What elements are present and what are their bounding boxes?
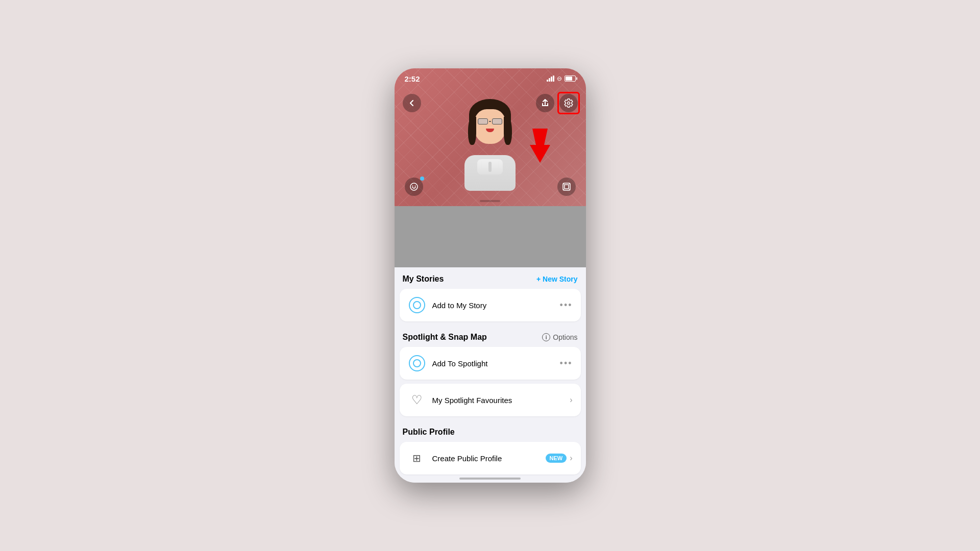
new-story-button[interactable]: + New Story bbox=[536, 275, 578, 283]
avatar-body bbox=[464, 155, 516, 191]
drag-handle bbox=[480, 200, 500, 202]
content-area: My Stories + New Story Add to My Story •… bbox=[395, 206, 586, 483]
add-to-my-story-card[interactable]: Add to My Story ••• bbox=[400, 289, 581, 321]
spotlight-title: Spotlight & Snap Map bbox=[403, 333, 487, 342]
phone-container: 2:52 ⊖ bbox=[395, 68, 586, 483]
right-buttons bbox=[536, 94, 578, 112]
settings-button[interactable] bbox=[559, 94, 578, 112]
avatar-right-lens bbox=[492, 118, 502, 124]
add-to-my-story-label: Add to My Story bbox=[432, 301, 487, 310]
create-public-profile-card[interactable]: ⊞ Create Public Profile NEW › bbox=[400, 442, 581, 474]
avatar-area bbox=[454, 99, 526, 191]
info-icon: i bbox=[542, 333, 550, 341]
battery-fill bbox=[566, 77, 573, 81]
favourites-card-left: ♡ My Spotlight Favourites bbox=[408, 391, 512, 409]
create-profile-chevron: › bbox=[570, 454, 572, 463]
status-icons: ⊖ bbox=[547, 75, 576, 82]
red-arrow bbox=[525, 124, 555, 165]
avatar-left-lens bbox=[478, 118, 488, 124]
avatar-figure bbox=[454, 99, 526, 191]
bottom-icon-right bbox=[557, 178, 576, 196]
notification-dot bbox=[420, 177, 424, 181]
add-to-spotlight-card[interactable]: Add To Spotlight ••• bbox=[400, 347, 581, 380]
svg-point-3 bbox=[414, 186, 415, 187]
avatar-bridge bbox=[489, 121, 491, 122]
add-to-spotlight-label: Add To Spotlight bbox=[432, 359, 488, 368]
favourites-chevron: › bbox=[570, 395, 572, 405]
battery-icon bbox=[565, 76, 576, 82]
header-buttons bbox=[395, 94, 586, 112]
spotlight-icon bbox=[408, 354, 426, 372]
signal-bar-2 bbox=[549, 78, 550, 82]
status-time: 2:52 bbox=[405, 74, 420, 83]
add-to-story-dots[interactable]: ••• bbox=[560, 300, 573, 311]
avatar-face bbox=[474, 109, 506, 144]
spotlight-favourites-card[interactable]: ♡ My Spotlight Favourites › bbox=[400, 384, 581, 416]
spotlight-camera-ring bbox=[409, 355, 425, 371]
svg-point-2 bbox=[412, 186, 413, 187]
my-stories-title: My Stories bbox=[403, 274, 444, 284]
camera-ring-icon bbox=[409, 297, 425, 313]
options-label: Options bbox=[553, 333, 577, 341]
card-left: Add to My Story bbox=[408, 296, 487, 314]
public-profile-section-header: Public Profile bbox=[395, 420, 586, 442]
spotlight-dots[interactable]: ••• bbox=[560, 358, 573, 369]
bookmark-plus-icon: ⊞ bbox=[412, 452, 421, 464]
spotlight-favourites-label: My Spotlight Favourites bbox=[432, 396, 512, 405]
heart-icon: ♡ bbox=[411, 393, 423, 407]
gray-placeholder bbox=[395, 206, 586, 267]
status-bar: 2:52 ⊖ bbox=[395, 68, 586, 89]
back-button[interactable] bbox=[403, 94, 421, 112]
avatar-hair-left bbox=[468, 117, 476, 145]
heart-icon-container: ♡ bbox=[408, 391, 426, 409]
bottom-icon-left bbox=[405, 178, 423, 196]
svg-marker-1 bbox=[530, 129, 550, 163]
signal-bar-3 bbox=[551, 77, 552, 82]
spotlight-card-left: Add To Spotlight bbox=[408, 354, 488, 372]
wifi-icon: ⊖ bbox=[557, 75, 562, 82]
public-profile-title: Public Profile bbox=[403, 428, 455, 437]
spotlight-section-header: Spotlight & Snap Map i Options bbox=[395, 325, 586, 347]
share-button[interactable] bbox=[536, 94, 554, 112]
options-button[interactable]: i Options bbox=[542, 333, 577, 341]
create-profile-right: NEW › bbox=[546, 454, 573, 463]
hero-section: 2:52 ⊖ bbox=[395, 68, 586, 206]
create-public-profile-label: Create Public Profile bbox=[432, 454, 502, 463]
svg-rect-5 bbox=[565, 185, 569, 189]
gallery-button[interactable] bbox=[557, 178, 576, 196]
home-indicator bbox=[459, 478, 521, 480]
create-profile-left: ⊞ Create Public Profile bbox=[408, 449, 502, 467]
signal-bar-4 bbox=[553, 76, 554, 82]
avatar-hair-right bbox=[504, 117, 512, 145]
add-to-story-icon bbox=[408, 296, 426, 314]
my-stories-section-header: My Stories + New Story bbox=[395, 267, 586, 289]
avatar-mouth bbox=[486, 129, 494, 132]
signal-icon bbox=[547, 76, 554, 82]
new-badge: NEW bbox=[546, 454, 567, 463]
signal-bar-1 bbox=[547, 80, 548, 82]
avatar-glasses bbox=[474, 118, 506, 124]
bitmoji-button[interactable] bbox=[405, 178, 423, 196]
create-profile-icon: ⊞ bbox=[408, 449, 426, 467]
